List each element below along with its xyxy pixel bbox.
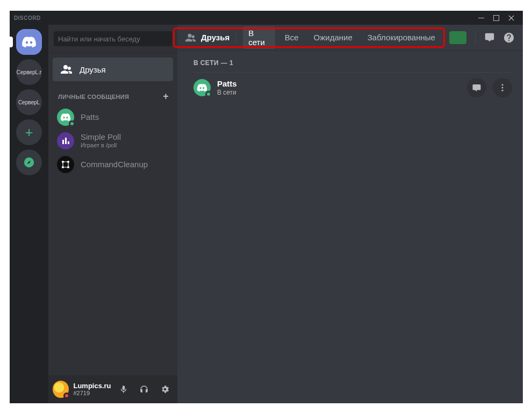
dm-list: Patts Simple Poll Играет в /poll	[48, 104, 177, 177]
home-button[interactable]	[16, 29, 42, 55]
friends-nav-button[interactable]: Друзья	[53, 58, 173, 81]
svg-point-11	[502, 90, 504, 91]
dm-name: CommandCleanup	[81, 160, 148, 169]
discord-logo-icon	[60, 113, 71, 122]
chat-icon	[472, 83, 481, 92]
compass-icon	[23, 156, 35, 168]
user-panel: Lumpics.ru #2719	[48, 375, 177, 403]
plus-icon: +	[25, 124, 33, 141]
tab-all[interactable]: Все	[279, 31, 304, 44]
dm-subtext: Играет в /poll	[81, 142, 121, 149]
dm-sidebar: Найти или начать беседу Друзья ЛИЧНЫЕ СО…	[48, 25, 177, 403]
friend-row[interactable]: Patts В сети	[193, 72, 512, 103]
user-name: Lumpics.ru	[73, 382, 111, 390]
svg-rect-3	[65, 138, 67, 144]
tab-pending[interactable]: Ожидание	[308, 31, 358, 44]
avatar	[57, 109, 74, 126]
search-placeholder: Найти или начать беседу	[58, 35, 140, 43]
discord-logo-icon	[21, 36, 37, 48]
main-content: Друзья В сети Все Ожидание Заблокированн…	[177, 25, 523, 403]
close-button[interactable]	[504, 12, 519, 24]
maximize-button[interactable]	[488, 12, 504, 24]
svg-point-8	[67, 166, 69, 168]
svg-rect-2	[62, 140, 64, 144]
nodes-icon	[60, 159, 71, 170]
svg-point-5	[62, 161, 64, 163]
svg-point-10	[502, 87, 504, 89]
mute-button[interactable]	[116, 381, 132, 398]
selection-pill	[9, 37, 13, 47]
status-dnd-icon	[63, 392, 70, 399]
svg-point-7	[62, 166, 64, 168]
server-item-2[interactable]: СерверL	[16, 89, 42, 115]
more-vertical-icon	[498, 83, 507, 92]
create-dm-button[interactable]: +	[163, 91, 169, 102]
user-tag: #2719	[73, 390, 111, 396]
dm-item-commandcleanup[interactable]: CommandCleanup	[53, 153, 173, 176]
search-input[interactable]: Найти или начать беседу	[54, 31, 172, 46]
dm-header-label: ЛИЧНЫЕ СООБЩЕНИЯ	[58, 94, 129, 100]
new-group-dm-button[interactable]	[482, 29, 497, 46]
friends-icon	[184, 32, 196, 44]
brand-label: DISCORD	[14, 15, 41, 21]
status-online-icon	[205, 91, 212, 97]
friends-content: В СЕТИ — 1 Patts В сети	[177, 51, 523, 103]
svg-point-6	[67, 161, 69, 163]
discord-logo-icon	[197, 83, 207, 92]
topbar-friends-heading: Друзья	[184, 32, 236, 44]
topbar-friends-label: Друзья	[201, 33, 229, 42]
gear-icon	[160, 384, 170, 394]
svg-point-9	[502, 84, 504, 85]
dm-name: Patts	[81, 112, 99, 122]
friends-nav-label: Друзья	[80, 65, 106, 74]
server-list: СерверL.r СерверL +	[10, 25, 48, 403]
svg-rect-4	[68, 141, 69, 144]
friend-name: Patts	[217, 79, 461, 89]
tab-online[interactable]: В сети	[243, 26, 275, 49]
microphone-icon	[119, 384, 128, 394]
titlebar: DISCORD	[10, 11, 523, 25]
deafen-button[interactable]	[136, 381, 152, 398]
dm-name: Simple Poll	[81, 132, 121, 142]
avatar	[193, 79, 211, 96]
message-button[interactable]	[467, 78, 486, 97]
dm-item-patts[interactable]: Patts	[53, 105, 173, 129]
add-server-button[interactable]: +	[16, 119, 42, 145]
divider	[475, 31, 476, 44]
add-friend-button[interactable]	[449, 31, 466, 44]
status-online-icon	[69, 120, 75, 127]
poll-icon	[61, 137, 70, 145]
user-avatar[interactable]	[53, 381, 69, 398]
help-button[interactable]	[501, 29, 516, 46]
dm-item-simplepoll[interactable]: Simple Poll Играет в /poll	[53, 129, 173, 153]
minimize-button[interactable]	[473, 12, 488, 24]
app-window: DISCORD СерверL.r СерверL +	[10, 11, 523, 403]
more-button[interactable]	[493, 78, 512, 97]
avatar	[57, 132, 74, 149]
dm-header: ЛИЧНЫЕ СООБЩЕНИЯ +	[48, 82, 177, 104]
tab-blocked[interactable]: Заблокированные	[362, 31, 441, 44]
topbar: Друзья В сети Все Ожидание Заблокированн…	[177, 25, 523, 51]
friends-icon	[59, 63, 72, 76]
friend-status: В сети	[217, 89, 461, 96]
help-icon	[503, 32, 515, 44]
server-item-1[interactable]: СерверL.r	[16, 59, 42, 85]
avatar	[57, 156, 74, 173]
svg-rect-0	[478, 18, 484, 18]
settings-button[interactable]	[157, 381, 173, 398]
discover-servers-button[interactable]	[16, 149, 42, 175]
headphones-icon	[139, 384, 149, 394]
chat-plus-icon	[484, 32, 495, 44]
section-title: В СЕТИ — 1	[193, 59, 512, 67]
svg-rect-1	[493, 15, 499, 20]
